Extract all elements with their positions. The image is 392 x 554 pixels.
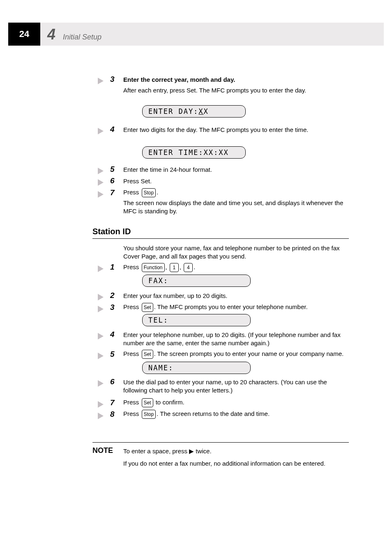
lcd-display: ENTER TIME:XX:XX — [142, 146, 246, 159]
step-number: 5 — [110, 165, 115, 174]
step-tail: The screen now displays the date and tim… — [123, 199, 351, 216]
step-text: Enter two digits for the day. The MFC pr… — [123, 126, 351, 134]
lcd-display: FAX: — [142, 275, 251, 287]
function-key: Function — [142, 263, 165, 272]
arrow-icon — [98, 179, 104, 186]
chapter-header: 4 Initial Setup — [47, 26, 101, 43]
arrow-icon — [98, 380, 104, 387]
arrow-icon — [98, 191, 104, 198]
step-text: Press Function, 1, 4. — [123, 263, 351, 272]
step-number: 7 — [110, 188, 115, 197]
note-tail: If you do not enter a fax number, no add… — [123, 459, 351, 468]
set-key: Set — [142, 303, 153, 312]
divider — [92, 238, 349, 239]
step-text: Press Set. — [123, 177, 351, 185]
step-text: Use the dial pad to enter your name, up … — [123, 378, 351, 395]
step-text: Enter the correct year, month and day. A… — [123, 76, 351, 95]
arrow-icon — [98, 78, 104, 84]
note-text: To enter a space, press ▶ twice. — [123, 447, 351, 455]
arrow-icon — [98, 413, 104, 419]
step-number: 2 — [110, 291, 115, 300]
step-number: 1 — [110, 263, 115, 272]
step-number: 6 — [110, 377, 115, 386]
one-key: 1 — [170, 263, 179, 272]
step-text: Enter your fax number, up to 20 digits. — [123, 292, 351, 300]
four-key: 4 — [184, 263, 193, 272]
step-number: 5 — [110, 350, 115, 359]
divider — [92, 442, 349, 443]
stop-key: Stop — [142, 188, 156, 197]
lcd-display: ENTER DAY:XX — [142, 105, 246, 118]
note-title: NOTE — [92, 446, 113, 455]
arrow-icon — [98, 353, 104, 359]
step-number: 4 — [110, 125, 115, 134]
stop-key: Stop — [142, 410, 156, 419]
arrow-icon — [98, 168, 104, 174]
section-title: Station ID — [92, 227, 131, 236]
step-text: Press Stop. — [123, 188, 351, 197]
arrow-icon — [98, 333, 104, 339]
lcd-display: TEL: — [142, 314, 251, 326]
arrow-icon — [98, 265, 104, 272]
step-text: Press Set. The MFC prompts you to enter … — [123, 303, 351, 312]
section-intro: You should store your name, fax and tele… — [123, 244, 351, 261]
chapter-number: 4 — [47, 26, 55, 43]
step-text: Press Set to confirm. — [123, 398, 351, 407]
arrow-icon — [98, 128, 104, 134]
step-text: Press Set. The screen prompts you to ent… — [123, 350, 351, 359]
lcd-display: NAME: — [142, 362, 251, 374]
set-key: Set — [142, 350, 153, 359]
step-number: 3 — [110, 75, 115, 84]
chapter-title: Initial Setup — [63, 33, 101, 42]
step-number: 3 — [110, 303, 115, 312]
arrow-icon — [98, 306, 104, 312]
step-number: 8 — [110, 410, 115, 419]
arrow-icon — [98, 294, 104, 300]
page-number: 24 — [8, 23, 40, 46]
step-text: Enter the time in 24-hour format. — [123, 166, 351, 174]
arrow-icon — [98, 401, 104, 408]
step-text: Press Stop. The screen returns to the da… — [123, 410, 351, 419]
step-number: 7 — [110, 398, 115, 407]
set-key: Set — [142, 398, 153, 407]
step-text: Enter your telephone number, up to 20 di… — [123, 331, 351, 348]
step-number: 6 — [110, 176, 115, 185]
step-number: 4 — [110, 330, 115, 339]
